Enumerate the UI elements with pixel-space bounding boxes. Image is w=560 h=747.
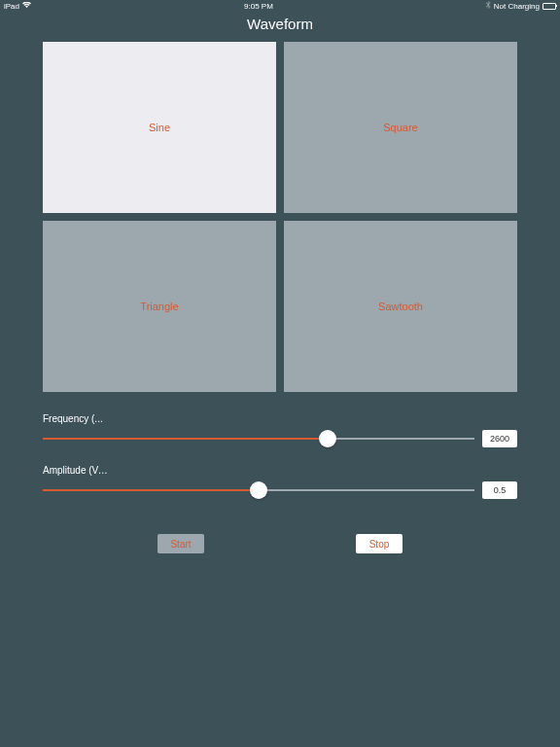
frequency-label: Frequency (...	[43, 413, 113, 424]
start-button[interactable]: Start	[158, 534, 204, 553]
frequency-value[interactable]: 2600	[482, 430, 517, 447]
waveform-label: Square	[383, 122, 417, 133]
waveform-triangle[interactable]: Triangle	[43, 221, 276, 392]
waveform-label: Triangle	[140, 301, 178, 312]
charge-status: Not Charging	[494, 2, 540, 11]
start-button-label: Start	[170, 539, 191, 550]
frequency-slider[interactable]	[43, 430, 474, 447]
frequency-control: Frequency (... 2600	[43, 413, 517, 447]
bluetooth-icon	[486, 1, 491, 11]
waveform-square[interactable]: Square	[284, 42, 517, 213]
stop-button-label: Stop	[369, 539, 390, 550]
waveform-grid: Sine Square Triangle Sawtooth	[43, 42, 517, 392]
status-left: iPad	[4, 2, 31, 11]
waveform-sine[interactable]: Sine	[43, 42, 276, 213]
battery-icon	[542, 3, 556, 10]
amplitude-label: Amplitude (Volu...	[43, 465, 113, 476]
wifi-icon	[22, 2, 31, 11]
device-label: iPad	[4, 2, 19, 11]
waveform-sawtooth[interactable]: Sawtooth	[284, 221, 517, 392]
amplitude-value[interactable]: 0.5	[482, 481, 517, 499]
waveform-label: Sine	[149, 122, 170, 133]
page-title: Waveform	[0, 12, 560, 42]
status-right: Not Charging	[486, 1, 556, 11]
status-bar: iPad 9:05 PM Not Charging	[0, 0, 560, 12]
amplitude-control: Amplitude (Volu... 0.5	[43, 465, 517, 499]
waveform-label: Sawtooth	[378, 301, 423, 312]
amplitude-slider[interactable]	[43, 481, 474, 499]
status-time: 9:05 PM	[244, 2, 273, 11]
stop-button[interactable]: Stop	[356, 534, 402, 553]
